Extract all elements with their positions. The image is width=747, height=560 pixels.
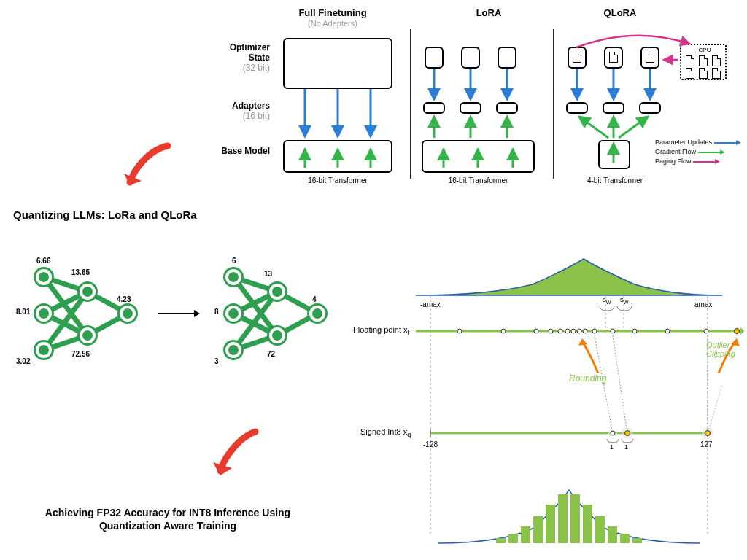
ft-green-arrows	[283, 146, 392, 168]
svg-point-62	[704, 329, 708, 333]
lora-arrows	[422, 69, 538, 141]
nnL-v5: 72.56	[71, 350, 90, 358]
svg-point-58	[592, 329, 597, 333]
red-arrow-2	[204, 423, 270, 489]
svg-line-20	[619, 117, 648, 138]
nnR-v4: 3	[214, 357, 219, 365]
int-braces	[605, 438, 638, 446]
separator-2	[553, 29, 554, 179]
finetuning-comparison-diagram: Full Finetuning (No Adapters) LoRA QLoRA…	[219, 7, 729, 200]
svg-rect-77	[546, 505, 555, 543]
svg-rect-74	[508, 534, 518, 543]
svg-point-49	[457, 329, 462, 333]
row1-text: Optimizer State	[230, 42, 270, 63]
fp-text: Floating point x	[353, 325, 408, 334]
int-max: 127	[700, 440, 713, 448]
ft-optimizer-box	[283, 38, 392, 89]
svg-rect-76	[533, 516, 543, 543]
nn-transform-arrow	[158, 306, 201, 321]
svg-point-56	[577, 329, 581, 333]
svg-line-18	[579, 117, 608, 138]
svg-point-57	[583, 329, 587, 333]
svg-rect-75	[521, 526, 530, 543]
section1-title: Quantizing LLMs: LoRa and QLoRa	[13, 209, 197, 221]
sw1: sW	[603, 296, 611, 306]
separator-1	[410, 29, 411, 179]
row2-sub: (16 bit)	[212, 111, 270, 121]
svg-point-70	[625, 431, 630, 436]
nnR-v0: 6	[232, 257, 236, 265]
int-sub: q	[407, 431, 411, 438]
svg-rect-79	[570, 494, 580, 543]
lora-opt3	[498, 47, 516, 69]
sw2: sW	[620, 296, 629, 306]
svg-point-59	[611, 329, 615, 333]
svg-point-61	[665, 329, 670, 333]
row1-sub: (32 bit)	[212, 63, 270, 73]
svg-point-68	[611, 431, 615, 435]
ft-caption: 16-bit Transformer	[283, 176, 392, 184]
int-axis	[430, 426, 722, 440]
dist-bottom	[438, 481, 700, 547]
quantization-diagram: -amax amax sW sW Floating point xf Round…	[357, 255, 737, 554]
svg-rect-84	[632, 538, 642, 543]
row2-text: Adapters	[232, 101, 270, 111]
svg-rect-78	[558, 494, 568, 543]
legend-grad-label: Gradient Flow	[655, 148, 696, 155]
sw-braces	[598, 305, 635, 315]
svg-point-63	[735, 329, 740, 334]
paging-arrows	[562, 29, 737, 73]
legend: Parameter Updates ▶ Gradient Flow ▶ Pagi…	[655, 139, 741, 167]
row1-label: Optimizer State (32 bit)	[212, 42, 270, 73]
lora-caption: 16-bit Transformer	[422, 176, 535, 184]
lora-green2	[422, 146, 535, 168]
svg-point-50	[501, 329, 506, 333]
nn-left: 6.66 13.65 8.01 4.23 3.02 72.56	[15, 255, 153, 372]
col1-subtitle: (No Adapters)	[282, 19, 384, 28]
svg-rect-81	[595, 516, 605, 543]
svg-point-55	[571, 329, 576, 333]
legend-grad: Gradient Flow ▶	[655, 148, 741, 155]
svg-point-51	[534, 329, 538, 333]
rounding-label: Rounding	[569, 373, 606, 384]
svg-point-60	[632, 329, 637, 333]
amax-neg: -amax	[420, 300, 441, 308]
red-arrow-1	[117, 139, 182, 197]
nnR-v3: 4	[312, 295, 317, 303]
nnR-v1: 13	[264, 270, 272, 278]
fp-axis	[416, 324, 744, 338]
ql-caption: 4-bit Transformer	[575, 176, 655, 184]
ft-arrows	[283, 89, 392, 140]
int-min: -128	[423, 440, 438, 448]
section2-title: Achieving FP32 Accuracy for INT8 Inferen…	[29, 506, 306, 532]
svg-rect-82	[608, 526, 617, 543]
row3-text: Base Model	[221, 146, 270, 156]
lora-opt2	[461, 47, 480, 69]
nnL-v3: 4.23	[117, 295, 131, 303]
svg-rect-83	[620, 534, 630, 543]
row2-label: Adapters (16 bit)	[212, 101, 270, 121]
row3-label: Base Model	[212, 146, 270, 156]
svg-point-72	[705, 431, 711, 436]
dist-top	[416, 255, 722, 299]
legend-param: Parameter Updates ▶	[655, 139, 741, 146]
svg-point-54	[565, 329, 570, 333]
legend-param-label: Parameter Updates	[655, 139, 712, 146]
svg-point-52	[549, 329, 553, 333]
lora-opt1	[425, 47, 444, 69]
int-label: Signed Int8 xq	[360, 427, 411, 438]
clipping-label: Outlier Clipping	[706, 341, 743, 358]
svg-point-53	[558, 329, 562, 333]
amax-pos: amax	[694, 300, 712, 308]
nnR-v5: 72	[267, 350, 275, 358]
col2-title: LoRA	[438, 7, 540, 18]
nnL-v0: 6.66	[36, 257, 50, 265]
nnL-v2: 8.01	[16, 308, 30, 316]
fp-sub: f	[408, 329, 410, 336]
int-text: Signed Int8 x	[360, 427, 407, 436]
legend-page-label: Paging Flow	[655, 158, 692, 165]
svg-rect-73	[496, 538, 506, 543]
nnL-v4: 3.02	[16, 357, 30, 365]
svg-rect-80	[583, 505, 592, 543]
nn-right: 6 13 8 4 3 72	[204, 255, 343, 372]
